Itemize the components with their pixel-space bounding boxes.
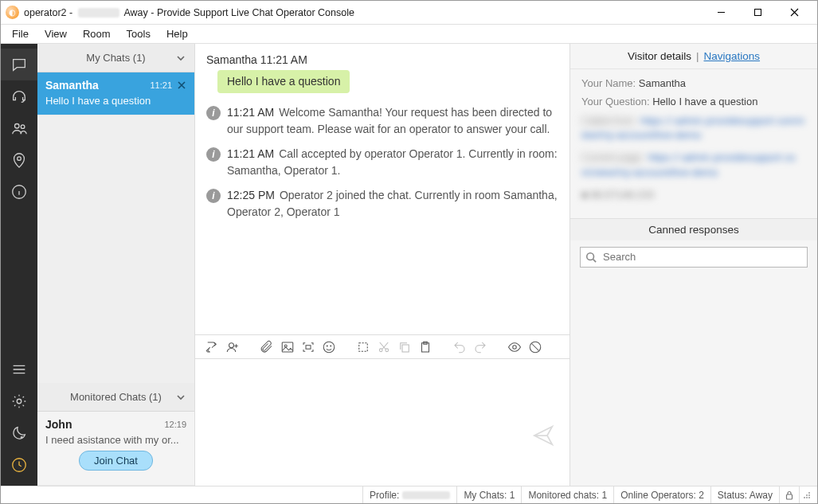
info-icon[interactable] <box>1 176 37 208</box>
select-icon[interactable] <box>353 337 374 357</box>
monitored-header-label: Monitored Chats (1) <box>70 391 162 403</box>
headset-icon[interactable] <box>1 80 37 112</box>
chat-bubble-icon[interactable] <box>1 49 37 80</box>
app-window: ◐ operator2 - Away - Provide Support Liv… <box>0 0 818 504</box>
minimize-button[interactable] <box>703 2 739 24</box>
monitored-header[interactable]: Monitored Chats (1) <box>37 383 194 412</box>
sysmsg-time: 11:21 AM <box>227 106 274 119</box>
resize-grip-icon[interactable] <box>799 486 814 503</box>
canned-search[interactable] <box>580 247 808 268</box>
emoji-icon[interactable] <box>319 337 339 357</box>
body: My Chats (1) Samantha 11:21 Hello I have… <box>1 44 817 486</box>
svg-rect-0 <box>754 10 761 16</box>
sysmsg-text: Welcome Samantha! Your request has been … <box>227 106 552 135</box>
details-redacted: ■ 86.57148.233 <box>581 188 806 202</box>
mychats-header[interactable]: My Chats (1) <box>37 44 194 72</box>
people-icon[interactable] <box>1 112 37 144</box>
convo-visitor-name: Samantha <box>206 53 257 66</box>
undo-icon[interactable] <box>449 337 470 357</box>
details-panel: Visitor details | Navigations Your Name:… <box>570 44 817 486</box>
svg-rect-14 <box>359 342 368 351</box>
system-message: i 11:21 AMCall accepted by operator Oper… <box>206 146 558 179</box>
svg-point-15 <box>379 348 382 351</box>
cobrowse-icon[interactable] <box>504 337 525 357</box>
svg-point-27 <box>804 497 805 498</box>
svg-point-25 <box>806 494 808 496</box>
chat-item-samantha[interactable]: Samantha 11:21 Hello I have a question <box>37 72 194 115</box>
svg-point-2 <box>21 125 25 129</box>
tab-visitor-details[interactable]: Visitor details <box>628 50 691 62</box>
chat-item-time: 12:19 <box>164 420 186 429</box>
svg-point-12 <box>327 346 327 346</box>
menu-view[interactable]: View <box>37 26 75 41</box>
svg-rect-17 <box>402 345 409 352</box>
info-badge-icon: i <box>206 147 221 162</box>
svg-point-16 <box>386 348 389 351</box>
invite-operator-icon[interactable] <box>222 337 243 357</box>
svg-point-3 <box>18 157 22 161</box>
details-redacted: Current page https // admin providesuppo… <box>581 150 806 179</box>
close-button[interactable] <box>776 2 812 24</box>
hamburger-icon[interactable] <box>1 354 37 385</box>
chat-item-preview: Hello I have a question <box>45 95 186 107</box>
convo-visitor-time: 11:21 AM <box>260 53 307 66</box>
moon-icon[interactable] <box>1 417 37 449</box>
system-message: i 11:21 AMWelcome Samantha! Your request… <box>206 104 558 138</box>
close-chat-icon[interactable] <box>177 80 186 90</box>
join-chat-button[interactable]: Join Chat <box>79 451 153 471</box>
menu-help[interactable]: Help <box>159 26 196 41</box>
details-tabs: Visitor details | Navigations <box>570 44 817 69</box>
send-icon[interactable] <box>531 424 555 447</box>
status-online-ops: Online Operators: 2 <box>613 486 710 503</box>
window-title: operator2 - Away - Provide Support Live … <box>24 7 354 18</box>
menu-tools[interactable]: Tools <box>119 26 159 41</box>
tab-navigations[interactable]: Navigations <box>704 50 761 62</box>
chat-item-john[interactable]: John 12:19 I need asistance with my or..… <box>37 412 194 486</box>
paste-icon[interactable] <box>415 337 436 357</box>
chat-item-preview: I need asistance with my or... <box>45 434 186 446</box>
svg-point-29 <box>808 497 810 498</box>
svg-point-24 <box>808 492 810 494</box>
mychats-empty <box>37 115 194 383</box>
sysmsg-text: Call accepted by operator Operator 1. Cu… <box>227 147 558 177</box>
svg-rect-10 <box>306 345 311 349</box>
conversation-scroll[interactable]: Samantha 11:21 AM Hello I have a questio… <box>195 44 569 334</box>
value-your-name: Samantha <box>639 77 686 89</box>
status-mychats: My Chats: 1 <box>456 486 521 503</box>
gear-icon[interactable] <box>1 385 37 417</box>
attachment-icon[interactable] <box>256 337 277 357</box>
menu-room[interactable]: Room <box>75 26 119 41</box>
transfer-icon[interactable] <box>202 337 222 357</box>
menubar: File View Room Tools Help <box>1 25 817 44</box>
title-redacted <box>78 8 119 18</box>
message-input[interactable] <box>195 359 569 486</box>
chevron-down-icon <box>175 53 186 64</box>
cut-icon[interactable] <box>374 337 394 357</box>
chat-list-panel: My Chats (1) Samantha 11:21 Hello I have… <box>37 44 195 486</box>
redo-icon[interactable] <box>470 337 491 357</box>
canned-body <box>570 240 817 274</box>
clock-icon[interactable] <box>1 449 37 481</box>
titlebar: ◐ operator2 - Away - Provide Support Liv… <box>1 1 817 25</box>
status-status: Status: Away <box>710 486 779 503</box>
title-operator: operator2 <box>24 7 67 18</box>
svg-rect-8 <box>282 342 293 352</box>
statusbar: Profile: My Chats: 1 Monitored chats: 1 … <box>1 486 817 503</box>
chevron-down-icon <box>175 392 186 403</box>
block-icon[interactable] <box>525 337 546 357</box>
sys-buttons <box>703 2 812 24</box>
mychats-header-label: My Chats (1) <box>86 52 145 64</box>
system-message: i 12:25 PMOperator 2 joined the chat. Cu… <box>206 187 558 221</box>
maximize-button[interactable] <box>739 2 776 24</box>
screenshot-icon[interactable] <box>298 337 319 357</box>
sysmsg-time: 11:21 AM <box>227 147 274 160</box>
canned-search-input[interactable] <box>601 250 802 264</box>
conversation-panel: Samantha 11:21 AM Hello I have a questio… <box>195 44 570 486</box>
status-redacted <box>402 491 450 499</box>
copy-icon[interactable] <box>394 337 415 357</box>
menu-file[interactable]: File <box>4 26 37 41</box>
compose-area <box>195 358 569 486</box>
chat-item-time: 11:21 <box>150 80 172 90</box>
map-pin-icon[interactable] <box>1 144 37 176</box>
image-icon[interactable] <box>277 337 298 357</box>
